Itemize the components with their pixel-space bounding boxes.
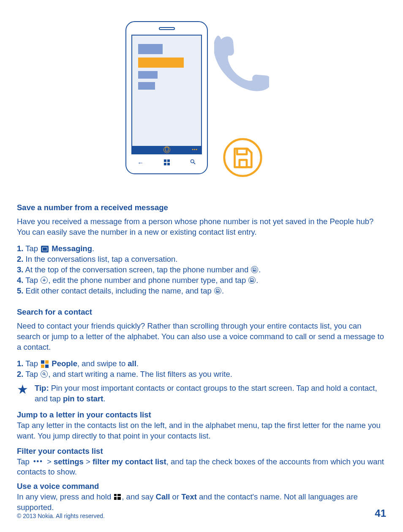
step-text: . <box>92 244 94 253</box>
windows-icon <box>114 494 121 500</box>
save-icon <box>251 266 258 273</box>
step-text: Tap <box>23 359 40 368</box>
tip-label: Tip: <box>35 384 49 392</box>
save-icon <box>214 287 221 294</box>
svg-point-10 <box>43 373 45 375</box>
section-intro: Have you received a message from a perso… <box>17 217 386 238</box>
step-text: . <box>222 286 224 295</box>
subsection-heading: Use a voice command <box>17 482 386 491</box>
save-icon <box>248 277 256 284</box>
action-name: pin to start <box>63 394 103 403</box>
step-text: At the top of the conversation screen, t… <box>23 265 251 274</box>
list-row <box>138 44 163 54</box>
back-icon: ← <box>137 159 144 166</box>
section-intro: Need to contact your friends quickly? Ra… <box>17 321 386 353</box>
nav-bar: ← <box>131 156 202 168</box>
body-text: or <box>170 492 181 501</box>
menu-item: settings <box>54 457 84 466</box>
step-text: Tap <box>23 276 40 285</box>
phone-screen: ••• ••• <box>131 35 202 154</box>
step-number: 2. <box>17 255 23 263</box>
body-text: > <box>45 457 54 466</box>
step-text: Tap <box>23 244 40 253</box>
list-row <box>138 82 155 90</box>
phone-handset-icon <box>214 34 269 97</box>
steps-list: 1. Tap People, and swipe to all. 2. Tap … <box>17 359 386 380</box>
body-text: Tap <box>17 457 32 466</box>
copyright: © 2013 Nokia. All rights reserved. <box>17 513 105 519</box>
save-icon-large <box>223 137 263 178</box>
menu-item: filter my contact list <box>93 457 166 466</box>
page: ••• ••• ← <box>0 0 403 532</box>
step-number: 1. <box>17 359 23 368</box>
svg-point-0 <box>191 160 194 163</box>
phone-outline: ••• ••• ← <box>125 21 208 174</box>
svg-line-1 <box>193 162 195 164</box>
step-number: 2. <box>17 370 23 378</box>
section-heading: Search for a contact <box>17 307 386 317</box>
step-text: In the conversations list, tap a convers… <box>23 255 177 263</box>
save-icon <box>163 146 170 153</box>
windows-icon <box>164 159 170 165</box>
subsection-heading: Filter your contacts list <box>17 447 386 456</box>
section-heading: Save a number from a received message <box>17 203 386 212</box>
step-text: , and start writing a name. The list fil… <box>48 370 232 378</box>
command-word: Call <box>156 492 170 501</box>
step-text: . <box>259 265 261 274</box>
step-number: 1. <box>17 244 23 253</box>
page-number: 41 <box>375 507 386 519</box>
svg-rect-9 <box>217 291 218 293</box>
svg-rect-4 <box>237 149 247 154</box>
svg-rect-8 <box>251 281 253 282</box>
illustration: ••• ••• ← <box>17 21 386 182</box>
body-text: In any view, press and hold <box>17 492 113 501</box>
subsection-heading: Jump to a letter in your contacts list <box>17 410 386 420</box>
step-text: . <box>256 276 258 285</box>
svg-line-11 <box>45 375 46 376</box>
step-text: . <box>136 359 139 368</box>
tip-text: . <box>103 394 105 403</box>
step-text: Tap <box>23 370 40 378</box>
tip-block: ★ Tip: Pin your most important contacts … <box>17 383 386 404</box>
search-icon <box>41 370 48 378</box>
messaging-icon <box>41 246 49 252</box>
step-text: , edit the phone number and phone number… <box>48 276 248 285</box>
step-number: 5. <box>17 286 23 295</box>
body-text: > <box>84 457 93 466</box>
step-number: 4. <box>17 276 23 285</box>
star-icon: ★ <box>17 383 29 395</box>
app-bar: ••• ••• <box>132 146 201 154</box>
search-icon <box>190 159 196 166</box>
overflow-icon: ••• <box>33 457 43 466</box>
step-text: , and swipe to <box>77 359 128 368</box>
svg-rect-5 <box>254 270 255 271</box>
phone-earpiece <box>159 27 175 30</box>
subsection-body: Tap any letter in the contacts list on t… <box>17 420 386 442</box>
body-text: , and say <box>122 492 155 501</box>
app-name: Messaging <box>49 244 92 253</box>
svg-point-2 <box>224 139 261 176</box>
overflow-icon: ••• <box>192 148 198 152</box>
action-name: all <box>128 359 136 368</box>
step-text: Edit other contact details, including th… <box>23 286 213 295</box>
svg-rect-3 <box>240 160 247 167</box>
list-row-highlight <box>138 58 184 68</box>
command-word: Text <box>181 492 197 501</box>
add-icon <box>41 277 48 284</box>
app-name: People <box>49 359 77 368</box>
step-number: 3. <box>17 265 23 274</box>
page-footer: © 2013 Nokia. All rights reserved. 41 <box>17 507 386 519</box>
list-row <box>138 71 158 79</box>
steps-list: 1. Tap Messaging. 2. In the conversation… <box>17 244 386 296</box>
people-icon <box>41 360 49 368</box>
